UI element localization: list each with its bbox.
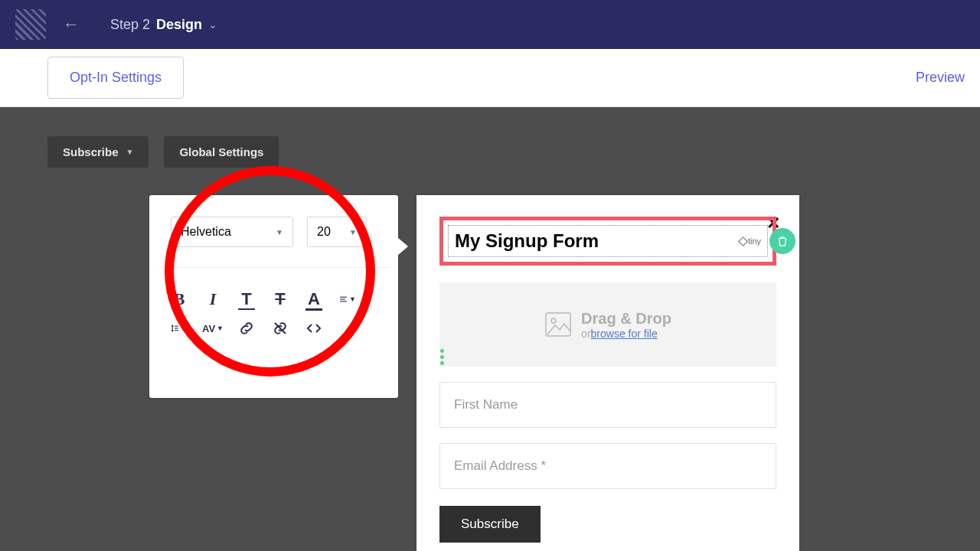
popover-arrow-icon bbox=[397, 237, 408, 256]
caret-down-icon: ▼ bbox=[217, 324, 224, 332]
tab-subscribe-label: Subscribe bbox=[63, 145, 119, 158]
email-placeholder: Email Address * bbox=[454, 458, 546, 474]
chevron-down-icon: ⌄ bbox=[208, 18, 217, 31]
tab-global-settings[interactable]: Global Settings bbox=[164, 136, 279, 168]
step-number: Step 2 bbox=[110, 17, 150, 33]
form-preview: ✕ My Signup Form tiny Drag & Drop bbox=[416, 195, 799, 551]
bold-icon[interactable]: B bbox=[171, 291, 188, 308]
text-color-icon[interactable]: A bbox=[305, 291, 322, 308]
font-size-select[interactable]: 20 ▼ bbox=[307, 217, 367, 247]
back-arrow-icon[interactable]: ← bbox=[63, 15, 80, 34]
strikethrough-icon[interactable]: T bbox=[272, 291, 289, 308]
step-name: Design bbox=[156, 17, 202, 33]
tab-global-label: Global Settings bbox=[179, 145, 263, 158]
code-icon[interactable] bbox=[305, 320, 322, 337]
caret-down-icon: ▼ bbox=[126, 148, 134, 156]
tiny-badge: tiny bbox=[740, 236, 761, 246]
text-toolbar: Helvetica ▼ 20 ▼ B I T T A ▼ bbox=[149, 195, 398, 398]
first-name-field[interactable]: First Name bbox=[439, 382, 776, 428]
tab-subscribe[interactable]: Subscribe ▼ bbox=[47, 136, 149, 168]
drag-handle-icon[interactable] bbox=[440, 349, 444, 365]
breadcrumb[interactable]: Step 2 Design ⌄ bbox=[110, 17, 217, 33]
sub-nav: Opt-In Settings Preview bbox=[0, 49, 980, 107]
dropzone-subtitle: orbrowse for file bbox=[581, 328, 671, 340]
dropzone-title: Drag & Drop bbox=[581, 310, 671, 328]
form-title-text[interactable]: My Signup Form bbox=[455, 230, 599, 252]
caret-down-icon: ▼ bbox=[349, 228, 357, 236]
italic-icon[interactable]: I bbox=[204, 291, 221, 308]
underline-icon[interactable]: T bbox=[238, 291, 255, 308]
letter-spacing-icon[interactable]: AV▼ bbox=[204, 320, 221, 337]
caret-down-icon: ▼ bbox=[181, 324, 188, 332]
email-field[interactable]: Email Address * bbox=[439, 443, 776, 489]
subscribe-button[interactable]: Subscribe bbox=[439, 506, 541, 543]
font-family-select[interactable]: Helvetica ▼ bbox=[171, 217, 293, 247]
align-icon[interactable]: ▼ bbox=[339, 291, 356, 308]
browse-file-link[interactable]: browse for file bbox=[591, 328, 658, 340]
diamond-icon bbox=[738, 236, 748, 246]
caret-down-icon: ▼ bbox=[276, 228, 283, 236]
top-nav: ← Step 2 Design ⌄ bbox=[0, 0, 980, 49]
caret-down-icon: ▼ bbox=[349, 295, 356, 303]
line-height-icon[interactable]: ▼ bbox=[171, 320, 188, 337]
form-title-block[interactable]: My Signup Form tiny bbox=[439, 217, 776, 266]
delete-button[interactable] bbox=[769, 228, 795, 254]
tiny-label: tiny bbox=[748, 236, 761, 246]
image-dropzone[interactable]: Drag & Drop orbrowse for file bbox=[439, 282, 776, 367]
image-icon bbox=[544, 311, 572, 337]
first-name-placeholder: First Name bbox=[454, 397, 518, 412]
font-size-value: 20 bbox=[317, 225, 331, 239]
optin-settings-button[interactable]: Opt-In Settings bbox=[47, 57, 184, 99]
logo-icon bbox=[15, 9, 32, 40]
state-tabs: Subscribe ▼ Global Settings bbox=[47, 136, 279, 168]
canvas-area: Subscribe ▼ Global Settings Helvetica ▼ … bbox=[0, 107, 980, 551]
unlink-icon[interactable] bbox=[272, 320, 289, 337]
preview-link[interactable]: Preview bbox=[916, 70, 965, 86]
svg-point-8 bbox=[551, 318, 556, 323]
font-family-value: Helvetica bbox=[181, 225, 231, 239]
link-icon[interactable] bbox=[238, 320, 255, 337]
